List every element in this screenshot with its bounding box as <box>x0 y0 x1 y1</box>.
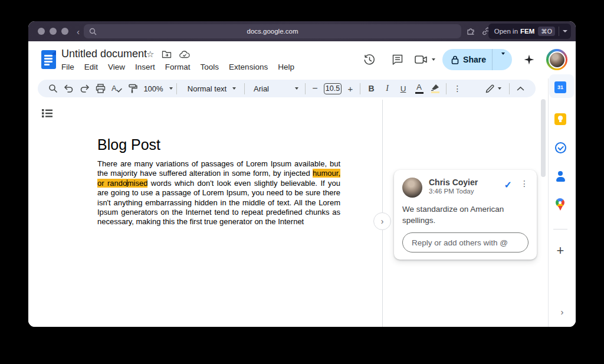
highlight-color-button[interactable] <box>427 81 443 96</box>
version-history-button[interactable] <box>358 48 380 71</box>
bold-button[interactable]: B <box>363 81 379 96</box>
chevron-down-icon[interactable] <box>563 30 567 32</box>
google-docs-logo-icon[interactable] <box>41 50 56 69</box>
italic-button[interactable]: I <box>379 81 395 96</box>
browser-titlebar: ‹ docs.google.com Open in FEM ⌘O <box>28 21 576 41</box>
url-text: docs.google.com <box>84 28 461 35</box>
paint-format-button[interactable] <box>124 81 140 96</box>
google-tasks-icon <box>555 142 566 153</box>
more-options-button[interactable]: ⋮ <box>449 81 465 96</box>
open-in-shortcut: ⌘O <box>538 27 555 36</box>
expand-side-panel-button[interactable]: › <box>557 306 567 317</box>
close-window-button[interactable] <box>38 28 45 35</box>
chevron-down-icon <box>498 87 501 90</box>
document-title[interactable]: Untitled document <box>61 48 147 60</box>
share-dropdown-button[interactable] <box>493 55 512 64</box>
menu-bar: FileEditViewInsertFormatToolsExtensionsH… <box>61 63 294 71</box>
chevron-right-icon: › <box>381 217 384 226</box>
decrease-font-size-button[interactable]: − <box>308 81 321 96</box>
redo-icon <box>80 84 90 93</box>
menu-item-file[interactable]: File <box>61 63 74 71</box>
comment-reply-input[interactable]: Reply or add others with @ <box>402 232 528 252</box>
hide-comments-button[interactable]: › <box>373 212 391 230</box>
commenter-avatar <box>402 178 422 198</box>
zoom-select[interactable]: 100% <box>140 81 173 96</box>
menu-item-view[interactable]: View <box>108 63 125 71</box>
meet-call-button[interactable] <box>415 55 435 64</box>
collapse-toolbar-button[interactable] <box>513 81 528 96</box>
comment-text: We standardize on American spellings. <box>402 204 528 226</box>
sidebar-item-tasks[interactable] <box>554 141 567 154</box>
highlighter-icon <box>431 84 439 91</box>
undo-button[interactable] <box>61 81 77 96</box>
move-folder-icon[interactable] <box>162 50 172 58</box>
comment-card[interactable]: Chris Coyier 3:46 PM Today ✓ ⋮ We standa… <box>394 170 537 260</box>
sidebar-item-calendar[interactable]: 31 <box>554 81 567 94</box>
star-icon[interactable]: ☆ <box>146 49 154 60</box>
add-addon-button[interactable]: + <box>554 244 567 257</box>
underline-button[interactable]: U <box>395 81 411 96</box>
chevron-down-icon <box>169 87 173 90</box>
divider <box>305 83 306 94</box>
comment-icon <box>392 54 403 65</box>
sparkle-icon <box>524 55 534 65</box>
google-keep-icon <box>554 113 566 125</box>
increase-font-size-button[interactable]: + <box>344 81 357 96</box>
font-size-input[interactable]: 10.5 <box>324 83 342 94</box>
chevron-down-icon[interactable] <box>432 58 435 61</box>
share-label: Share <box>463 55 486 64</box>
address-bar[interactable]: docs.google.com <box>84 24 461 38</box>
redo-button[interactable] <box>77 81 93 96</box>
minimize-window-button[interactable] <box>50 28 57 35</box>
document-heading[interactable]: Blog Post <box>97 136 160 153</box>
divider <box>176 83 177 94</box>
sidebar-item-keep[interactable] <box>554 113 567 126</box>
menu-item-help[interactable]: Help <box>278 63 294 71</box>
vertical-scrollbar[interactable] <box>541 99 546 177</box>
highlighted-text: mised <box>127 179 148 188</box>
svg-text:A: A <box>111 84 117 93</box>
open-in-app-name: FEM <box>520 28 534 35</box>
document-paragraph[interactable]: There are many variations of passages of… <box>97 159 340 227</box>
paragraph-style-select[interactable]: Normal text <box>180 81 241 96</box>
chevron-down-icon <box>295 87 298 90</box>
font-family-select[interactable]: Arial <box>248 81 302 96</box>
commenter-name: Chris Coyier <box>429 178 504 187</box>
paint-roller-icon <box>128 84 137 94</box>
browser-back-button[interactable]: ‹ <box>77 27 80 36</box>
chevron-up-icon <box>517 86 524 91</box>
printer-icon <box>96 84 106 93</box>
print-button[interactable] <box>93 81 109 96</box>
gemini-button[interactable] <box>518 48 540 71</box>
editing-mode-select[interactable] <box>480 81 506 96</box>
font-family-value: Arial <box>251 84 271 93</box>
search-menus-button[interactable] <box>45 81 61 96</box>
comment-timestamp: 3:46 PM Today <box>429 188 504 195</box>
google-contacts-icon <box>554 170 566 182</box>
menu-item-tools[interactable]: Tools <box>201 63 219 71</box>
extensions-puzzle-icon[interactable] <box>466 27 475 36</box>
resolve-comment-button[interactable]: ✓ <box>504 179 512 191</box>
share-button[interactable]: Share <box>442 49 512 70</box>
account-avatar[interactable] <box>546 49 567 70</box>
traffic-lights[interactable] <box>38 28 68 35</box>
sidebar-item-maps[interactable] <box>554 198 567 211</box>
avatar <box>549 51 566 68</box>
divider <box>244 83 245 94</box>
comment-more-button[interactable]: ⋮ <box>520 179 528 188</box>
comments-button[interactable] <box>386 48 409 71</box>
paragraph-style-value: Normal text <box>185 84 229 93</box>
google-maps-icon <box>556 198 565 211</box>
text-color-button[interactable]: A <box>411 81 427 96</box>
cloud-status-icon[interactable] <box>179 51 190 58</box>
document-outline-icon[interactable] <box>41 108 53 119</box>
menu-item-format[interactable]: Format <box>165 63 191 71</box>
menu-item-insert[interactable]: Insert <box>135 63 155 71</box>
sidebar-item-contacts[interactable] <box>554 170 567 183</box>
menu-item-edit[interactable]: Edit <box>84 63 98 71</box>
open-in-app-button[interactable]: Open in FEM ⌘O <box>488 24 571 39</box>
docs-header: Untitled document ☆ FileEditViewInsertFo… <box>28 41 576 78</box>
zoom-window-button[interactable] <box>61 28 68 35</box>
spellcheck-button[interactable]: A <box>109 81 124 96</box>
menu-item-extensions[interactable]: Extensions <box>229 63 268 71</box>
